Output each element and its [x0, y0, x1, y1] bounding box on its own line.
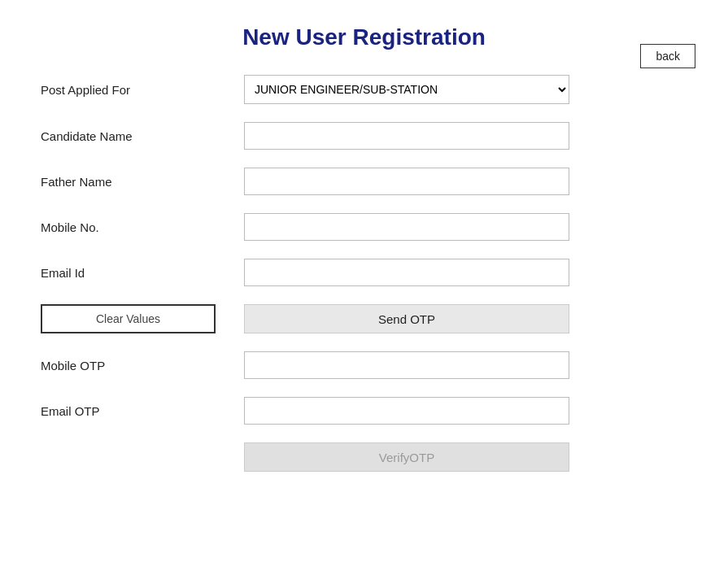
mobile-no-input[interactable] [244, 213, 569, 241]
back-button[interactable]: back [640, 44, 695, 68]
verify-otp-row: VerifyOTP [33, 442, 695, 472]
form-container: Post Applied For JUNIOR ENGINEER/SUB-STA… [33, 75, 695, 472]
email-otp-input[interactable] [244, 397, 569, 425]
post-applied-for-select[interactable]: JUNIOR ENGINEER/SUB-STATION JUNIOR ENGIN… [244, 75, 569, 104]
email-id-row: Email Id [33, 259, 695, 286]
send-otp-button[interactable]: Send OTP [244, 304, 569, 333]
candidate-name-row: Candidate Name [33, 122, 695, 150]
email-id-label: Email Id [33, 266, 244, 280]
candidate-name-input[interactable] [244, 122, 569, 150]
verify-otp-button[interactable]: VerifyOTP [244, 442, 569, 472]
candidate-name-label: Candidate Name [33, 129, 244, 143]
page-container: New User Registration back Post Applied … [0, 0, 728, 562]
father-name-label: Father Name [33, 175, 244, 189]
page-title: New User Registration [33, 16, 695, 50]
email-id-input[interactable] [244, 259, 569, 286]
post-applied-for-label: Post Applied For [33, 83, 244, 97]
email-otp-row: Email OTP [33, 397, 695, 425]
email-otp-label: Email OTP [33, 404, 244, 418]
father-name-row: Father Name [33, 168, 695, 195]
clear-values-button[interactable]: Clear Values [41, 304, 216, 333]
mobile-otp-row: Mobile OTP [33, 351, 695, 379]
mobile-otp-label: Mobile OTP [33, 359, 244, 372]
mobile-no-row: Mobile No. [33, 213, 695, 241]
mobile-otp-input[interactable] [244, 351, 569, 379]
post-applied-for-row: Post Applied For JUNIOR ENGINEER/SUB-STA… [33, 75, 695, 104]
father-name-input[interactable] [244, 168, 569, 195]
action-buttons-row: Clear Values Send OTP [33, 304, 695, 333]
mobile-no-label: Mobile No. [33, 220, 244, 234]
